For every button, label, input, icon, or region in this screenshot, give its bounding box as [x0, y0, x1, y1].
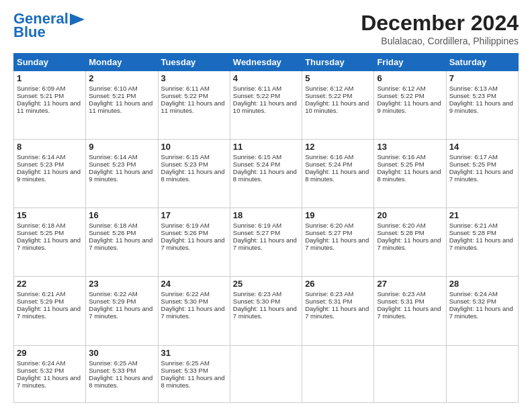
sunrise-label: Sunrise: 6:19 AM: [233, 222, 281, 229]
day-number: 1: [17, 73, 83, 83]
table-row: 13 Sunrise: 6:16 AM Sunset: 5:25 PM Dayl…: [374, 140, 446, 208]
sunset-label: Sunset: 5:22 PM: [305, 92, 352, 99]
daylight-label: Daylight: 11 hours and 9 minutes.: [449, 99, 513, 114]
sunrise-label: Sunrise: 6:11 AM: [161, 85, 210, 92]
sunrise-label: Sunrise: 6:25 AM: [161, 359, 210, 367]
table-row: 28 Sunrise: 6:24 AM Sunset: 5:32 PM Dayl…: [446, 277, 518, 345]
day-number: 11: [233, 142, 299, 152]
daylight-label: Daylight: 11 hours and 8 minutes.: [161, 374, 225, 389]
daylight-label: Daylight: 11 hours and 11 minutes.: [89, 99, 152, 114]
day-number: 30: [89, 348, 154, 358]
day-number: 14: [449, 142, 515, 152]
table-row: 12 Sunrise: 6:16 AM Sunset: 5:24 PM Dayl…: [302, 140, 374, 208]
sunset-label: Sunset: 5:23 PM: [161, 161, 208, 168]
table-row: 27 Sunrise: 6:23 AM Sunset: 5:31 PM Dayl…: [374, 277, 446, 345]
day-number: 21: [449, 210, 515, 220]
table-row: 18 Sunrise: 6:19 AM Sunset: 5:27 PM Dayl…: [230, 208, 302, 277]
table-row: 2 Sunrise: 6:10 AM Sunset: 5:21 PM Dayli…: [86, 71, 158, 140]
sunrise-label: Sunrise: 6:24 AM: [449, 290, 498, 298]
page: General Blue December 2024 Bulalacao, Co…: [0, 0, 532, 411]
logo: General Blue: [13, 11, 85, 40]
day-number: 16: [89, 210, 154, 220]
calendar-header-row: Sunday Monday Tuesday Wednesday Thursday…: [14, 54, 519, 71]
daylight-label: Daylight: 11 hours and 7 minutes.: [449, 305, 513, 320]
sunrise-label: Sunrise: 6:11 AM: [233, 85, 281, 92]
table-row: 1 Sunrise: 6:09 AM Sunset: 5:21 PM Dayli…: [14, 71, 86, 140]
daylight-label: Daylight: 11 hours and 9 minutes.: [89, 168, 152, 183]
table-row: 21 Sunrise: 6:21 AM Sunset: 5:28 PM Dayl…: [446, 208, 518, 277]
day-number: 5: [305, 73, 371, 83]
table-row: 23 Sunrise: 6:22 AM Sunset: 5:29 PM Dayl…: [86, 277, 158, 345]
col-monday: Monday: [86, 54, 158, 71]
day-number: 3: [161, 73, 227, 83]
sunrise-label: Sunrise: 6:14 AM: [17, 153, 65, 161]
sunrise-label: Sunrise: 6:23 AM: [377, 290, 425, 298]
daylight-label: Daylight: 11 hours and 10 minutes.: [233, 99, 297, 114]
daylight-label: Daylight: 11 hours and 7 minutes.: [305, 305, 369, 320]
sunrise-label: Sunrise: 6:16 AM: [377, 153, 425, 161]
calendar-week-row: 22 Sunrise: 6:21 AM Sunset: 5:29 PM Dayl…: [14, 277, 519, 345]
day-number: 31: [161, 348, 227, 358]
day-number: 28: [449, 279, 515, 289]
table-row: 8 Sunrise: 6:14 AM Sunset: 5:23 PM Dayli…: [14, 140, 86, 208]
table-row: 16 Sunrise: 6:18 AM Sunset: 5:26 PM Dayl…: [86, 208, 158, 277]
daylight-label: Daylight: 11 hours and 8 minutes.: [89, 374, 152, 389]
day-number: 7: [449, 73, 515, 83]
sunrise-label: Sunrise: 6:12 AM: [377, 85, 425, 92]
sunset-label: Sunset: 5:23 PM: [449, 92, 496, 99]
day-number: 15: [17, 210, 83, 220]
table-row: 31 Sunrise: 6:25 AM Sunset: 5:33 PM Dayl…: [158, 345, 230, 403]
sunset-label: Sunset: 5:22 PM: [377, 92, 424, 99]
sunrise-label: Sunrise: 6:12 AM: [305, 85, 353, 92]
daylight-label: Daylight: 11 hours and 7 minutes.: [233, 305, 297, 320]
logo-blue: Blue: [13, 24, 46, 40]
table-row: 26 Sunrise: 6:23 AM Sunset: 5:31 PM Dayl…: [302, 277, 374, 345]
table-row: [230, 345, 302, 403]
daylight-label: Daylight: 11 hours and 7 minutes.: [377, 236, 441, 251]
sunset-label: Sunset: 5:28 PM: [377, 229, 424, 236]
sunset-label: Sunset: 5:25 PM: [17, 229, 64, 236]
day-number: 4: [233, 73, 299, 83]
daylight-label: Daylight: 11 hours and 11 minutes.: [161, 99, 225, 114]
daylight-label: Daylight: 11 hours and 7 minutes.: [449, 236, 513, 251]
day-number: 8: [17, 142, 83, 152]
day-number: 20: [377, 210, 443, 220]
sunrise-label: Sunrise: 6:22 AM: [161, 290, 210, 298]
sunset-label: Sunset: 5:29 PM: [89, 298, 136, 305]
sunrise-label: Sunrise: 6:18 AM: [17, 222, 65, 229]
daylight-label: Daylight: 11 hours and 9 minutes.: [17, 168, 81, 183]
logo-arrow-icon: [70, 13, 85, 26]
daylight-label: Daylight: 11 hours and 7 minutes.: [377, 305, 441, 320]
daylight-label: Daylight: 11 hours and 7 minutes.: [17, 236, 81, 251]
daylight-label: Daylight: 11 hours and 7 minutes.: [89, 305, 152, 320]
sunset-label: Sunset: 5:33 PM: [89, 367, 136, 374]
col-tuesday: Tuesday: [158, 54, 230, 71]
table-row: 5 Sunrise: 6:12 AM Sunset: 5:22 PM Dayli…: [302, 71, 374, 140]
col-friday: Friday: [374, 54, 446, 71]
day-number: 10: [161, 142, 227, 152]
sunset-label: Sunset: 5:21 PM: [17, 92, 64, 99]
sunrise-label: Sunrise: 6:21 AM: [449, 222, 498, 229]
day-number: 9: [89, 142, 154, 152]
sunset-label: Sunset: 5:21 PM: [89, 92, 136, 99]
sunrise-label: Sunrise: 6:17 AM: [449, 153, 498, 161]
table-row: 11 Sunrise: 6:15 AM Sunset: 5:24 PM Dayl…: [230, 140, 302, 208]
table-row: 30 Sunrise: 6:25 AM Sunset: 5:33 PM Dayl…: [86, 345, 158, 403]
table-row: 29 Sunrise: 6:24 AM Sunset: 5:32 PM Dayl…: [14, 345, 86, 403]
daylight-label: Daylight: 11 hours and 7 minutes.: [161, 236, 225, 251]
table-row: 6 Sunrise: 6:12 AM Sunset: 5:22 PM Dayli…: [374, 71, 446, 140]
table-row: 25 Sunrise: 6:23 AM Sunset: 5:30 PM Dayl…: [230, 277, 302, 345]
table-row: 22 Sunrise: 6:21 AM Sunset: 5:29 PM Dayl…: [14, 277, 86, 345]
table-row: 4 Sunrise: 6:11 AM Sunset: 5:22 PM Dayli…: [230, 71, 302, 140]
sunset-label: Sunset: 5:32 PM: [17, 367, 64, 374]
day-number: 24: [161, 279, 227, 289]
sunrise-label: Sunrise: 6:10 AM: [89, 85, 137, 92]
location-title: Bulalacao, Cordillera, Philippines: [361, 36, 519, 46]
sunrise-label: Sunrise: 6:16 AM: [305, 153, 353, 161]
sunset-label: Sunset: 5:30 PM: [233, 298, 280, 305]
sunrise-label: Sunrise: 6:23 AM: [233, 290, 281, 298]
daylight-label: Daylight: 11 hours and 9 minutes.: [377, 99, 441, 114]
sunrise-label: Sunrise: 6:15 AM: [161, 153, 210, 161]
sunrise-label: Sunrise: 6:24 AM: [17, 359, 65, 367]
daylight-label: Daylight: 11 hours and 7 minutes.: [233, 236, 297, 251]
